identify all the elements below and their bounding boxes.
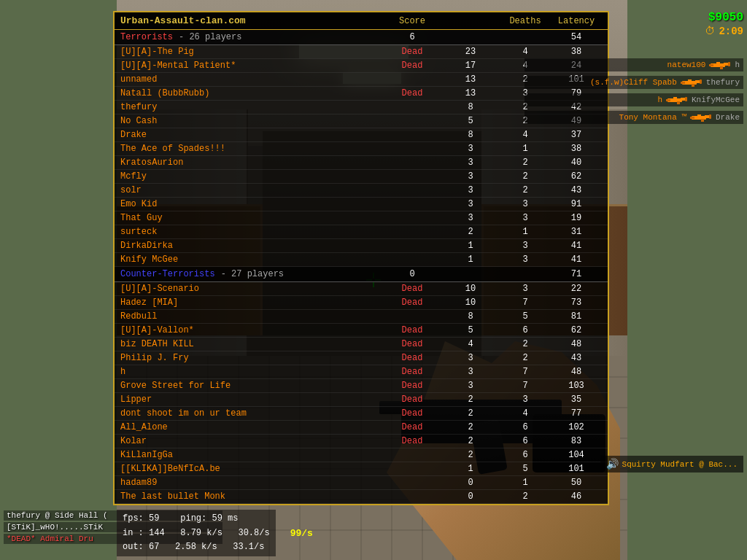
ct-row: [U][A]-Vallon* Dead 5 6 62: [115, 324, 608, 338]
player-latency: 38: [551, 47, 602, 57]
ct-row: Philip J. Fry Dead 3 2 43: [115, 351, 608, 365]
ct-row: Redbull 8 5 81: [115, 310, 608, 324]
ct-row: [U][A]-Scenario Dead 10 3 22: [115, 282, 608, 296]
svg-rect-20: [697, 114, 701, 116]
timer-icon: ⏱: [705, 26, 715, 37]
kill-entry: (s.f.w)Cliff Spabb thefury: [525, 76, 743, 89]
svg-rect-13: [666, 99, 670, 101]
player-score: 10: [441, 298, 500, 308]
player-dead: Dead: [383, 298, 441, 308]
svg-rect-5: [728, 62, 730, 66]
player-score: 2: [441, 227, 500, 237]
ct-row: Lipper Dead 2 3 35: [115, 393, 608, 407]
player-latency: 40: [551, 158, 602, 168]
player-name: [U][A]-Mental Patient*: [120, 61, 383, 71]
player-name: The last bullet Monk: [120, 491, 383, 502]
svg-rect-23: [709, 114, 711, 119]
ct-list: [U][A]-Scenario Dead 10 3 22 Hadez [MIA]…: [115, 282, 608, 504]
weapon-icon: [709, 60, 731, 70]
kill-victim: h: [735, 61, 740, 69]
out-label: out:: [123, 542, 144, 552]
voice-indicator: 🔊 Squirty Mudfart @ Bac...: [600, 456, 743, 472]
player-name: [U][A]-Scenario: [120, 284, 383, 294]
terrorist-row: Knify McGee 1 3 41: [115, 253, 608, 267]
bottom-hud: fps: 59 ping: 59 ms in : 144 8.79 k/s 30…: [117, 510, 313, 556]
ct-count: - 27 players: [221, 269, 284, 279]
player-name: [U][A]-The Pig: [120, 47, 383, 57]
in-row: in : 144 8.79 k/s 30.8/s: [123, 526, 270, 540]
player-deaths: 1: [500, 144, 551, 154]
player-deaths: 3: [500, 199, 551, 209]
terrorist-row: [U][A]-The Pig Dead 23 4 38: [115, 45, 608, 59]
player-score: 8: [441, 130, 500, 140]
player-latency: 104: [551, 450, 602, 460]
player-dead: Dead: [383, 325, 441, 335]
player-score: 0: [441, 491, 500, 502]
player-score: 8: [441, 102, 500, 112]
player-name: All_Alone: [120, 422, 383, 432]
player-deaths: 3: [500, 394, 551, 405]
kill-attacker: natew100: [667, 61, 706, 69]
out-value: 67: [149, 542, 159, 552]
weapon-icon: [681, 77, 703, 88]
player-score: 3: [441, 199, 500, 209]
player-dead: Dead: [383, 339, 441, 349]
player-name: [[KLIKA]]BeNfIcA.be: [120, 464, 383, 474]
player-deaths: 2: [500, 353, 551, 363]
voice-icon: 🔊: [606, 458, 619, 470]
player-name: [U][A]-Vallon*: [120, 325, 383, 335]
kill-victim: KnifyMcGee: [692, 96, 740, 104]
ping-label: ping:: [180, 513, 206, 524]
ping-value: 59 ms: [212, 513, 238, 524]
player-score: 3: [441, 381, 500, 391]
player-score: 10: [441, 284, 500, 294]
fps-label: fps:: [123, 513, 144, 524]
player-score: 1: [441, 254, 500, 265]
player-dead: Dead: [383, 367, 441, 377]
player-deaths: 4: [500, 130, 551, 140]
kill-victim: Drake: [716, 113, 740, 122]
player-score: 3: [441, 144, 500, 154]
ct-row: Grove Street for Life Dead 3 7 103: [115, 379, 608, 393]
player-score: 3: [441, 353, 500, 363]
svg-rect-21: [701, 119, 704, 122]
ct-row: KiLlanIgGa 2 6 104: [115, 448, 608, 462]
player-latency: 46: [551, 491, 602, 502]
player-score: 3: [441, 213, 500, 223]
svg-rect-15: [677, 101, 680, 104]
terrorists-score: 6: [383, 32, 441, 42]
kill-entry: h KnifyMcGee: [525, 93, 743, 106]
ct-latency: 71: [551, 269, 602, 279]
player-latency: 101: [551, 464, 602, 474]
player-name: DirkaDirka: [120, 241, 383, 251]
player-score: 13: [441, 74, 500, 85]
svg-rect-11: [700, 79, 702, 84]
ct-score: 0: [383, 269, 441, 279]
ct-row: h Dead 3 7 48: [115, 365, 608, 379]
weapon-icon: [666, 95, 688, 105]
kill-feed: natew100 h (s.f.w)Cliff Spabb thefury: [525, 58, 743, 128]
svg-rect-19: [690, 117, 694, 119]
player-dead: Dead: [383, 394, 441, 405]
player-score: 8: [441, 311, 500, 322]
player-dead: Dead: [383, 353, 441, 363]
player-deaths: 5: [500, 464, 551, 474]
kill-entry: natew100 h: [525, 58, 743, 71]
ct-row: The last bullet Monk 0 2 46: [115, 490, 608, 504]
player-score: 17: [441, 61, 500, 71]
player-latency: 43: [551, 353, 602, 363]
out-pct: 33.1/s: [233, 542, 264, 552]
hud-right: $9050 ⏱ 2:09: [627, 11, 743, 37]
terrorist-row: Drake 8 4 37: [115, 128, 608, 142]
player-deaths: 4: [500, 408, 551, 419]
svg-rect-3: [720, 66, 723, 69]
player-name: Hadez [MIA]: [120, 298, 383, 308]
player-score: 23: [441, 47, 500, 57]
col-dead-label: [441, 16, 500, 26]
player-deaths: 7: [500, 367, 551, 377]
player-name: hadam89: [120, 478, 383, 488]
player-score: 13: [441, 88, 500, 98]
ct-row: Kolar Dead 2 6 83: [115, 435, 608, 448]
player-name: Natall (BubbRubb): [120, 88, 383, 98]
player-deaths: 3: [500, 241, 551, 251]
